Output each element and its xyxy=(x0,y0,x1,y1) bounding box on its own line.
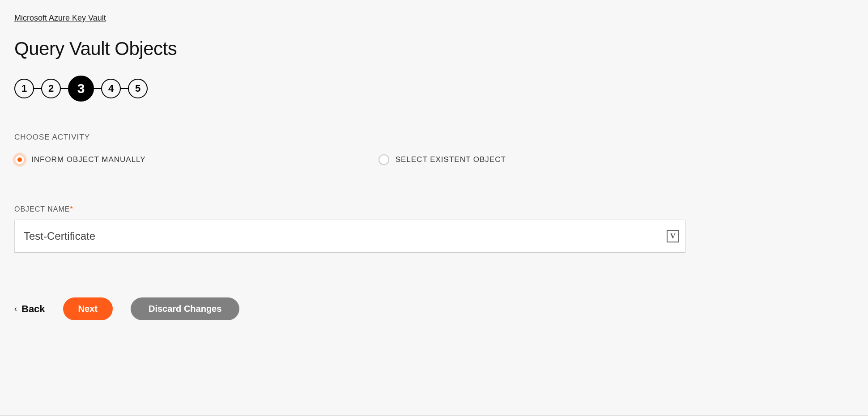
radio-label: INFORM OBJECT MANUALLY xyxy=(31,155,146,164)
radio-dot-icon xyxy=(17,157,22,162)
radio-icon xyxy=(14,154,25,165)
radio-label: SELECT EXISTENT OBJECT xyxy=(396,155,506,164)
radio-icon xyxy=(379,154,389,165)
chevron-left-icon: ‹ xyxy=(14,304,17,314)
discard-changes-button[interactable]: Discard Changes xyxy=(131,297,239,320)
breadcrumb-link[interactable]: Microsoft Azure Key Vault xyxy=(14,13,106,23)
activity-radio-group: INFORM OBJECT MANUALLY SELECT EXISTENT O… xyxy=(14,154,854,165)
stepper: 1 2 3 4 5 xyxy=(14,76,148,102)
step-4[interactable]: 4 xyxy=(101,79,121,98)
variable-icon[interactable]: V xyxy=(667,230,679,242)
step-separator xyxy=(61,88,68,89)
footer-actions: ‹ Back Next Discard Changes xyxy=(14,297,854,320)
object-name-label-text: OBJECT NAME xyxy=(14,205,70,213)
step-separator xyxy=(121,88,128,89)
step-3[interactable]: 3 xyxy=(68,76,94,102)
object-name-label: OBJECT NAME* xyxy=(14,205,854,213)
back-button[interactable]: ‹ Back xyxy=(14,303,45,315)
page-title: Query Vault Objects xyxy=(14,38,854,59)
object-name-input[interactable] xyxy=(14,220,685,253)
step-2[interactable]: 2 xyxy=(41,79,61,98)
step-separator xyxy=(94,88,101,89)
choose-activity-label: CHOOSE ACTIVITY xyxy=(14,133,854,142)
next-button[interactable]: Next xyxy=(63,297,113,320)
step-1[interactable]: 1 xyxy=(14,79,34,98)
radio-select-existent[interactable]: SELECT EXISTENT OBJECT xyxy=(379,154,506,165)
required-indicator: * xyxy=(70,205,73,213)
radio-inform-manual[interactable]: INFORM OBJECT MANUALLY xyxy=(14,154,146,165)
step-separator xyxy=(34,88,41,89)
object-name-field-wrap: V xyxy=(14,220,685,253)
step-5[interactable]: 5 xyxy=(128,79,148,98)
back-button-label: Back xyxy=(21,303,45,315)
